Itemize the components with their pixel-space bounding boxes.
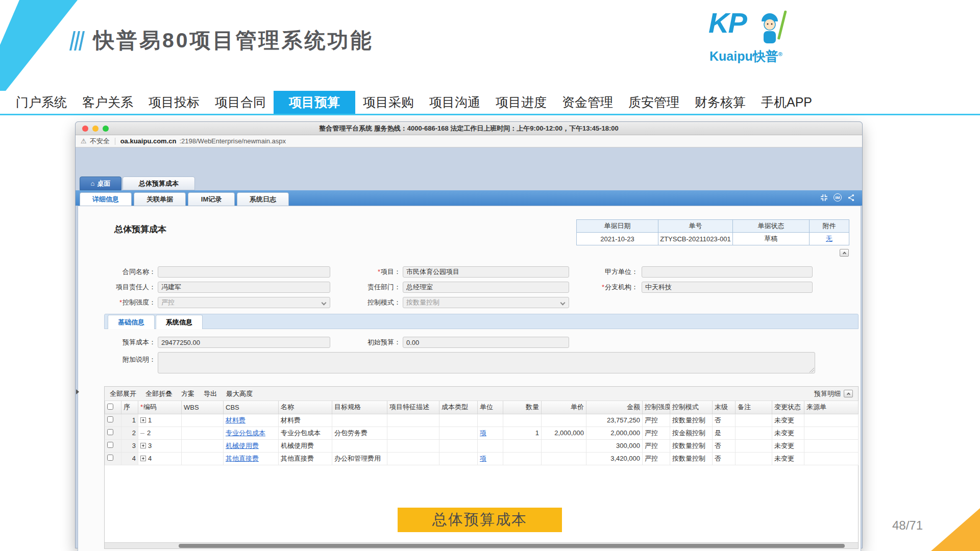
nav-item-portal[interactable]: 门户系统 xyxy=(8,91,75,114)
nav-item-budget[interactable]: 项目预算 xyxy=(274,91,355,114)
initial-budget-field[interactable] xyxy=(403,337,569,348)
info-header-attachment: 附件 xyxy=(810,220,849,233)
logo-brand-text: Kuaipu快普® xyxy=(709,48,782,65)
security-label[interactable]: 不安全 xyxy=(90,137,110,146)
expand-all-button[interactable]: 全部展开 xyxy=(110,389,136,398)
collapse-all-button[interactable]: 全部折叠 xyxy=(145,389,172,398)
tab-system-info[interactable]: 系统信息 xyxy=(156,315,203,329)
expand-icon[interactable] xyxy=(140,417,146,423)
tab-detail-info[interactable]: 详细信息 xyxy=(80,192,132,206)
project-label: *项目： xyxy=(341,266,401,278)
kuaipu-logo: KP Kuaipu快普® xyxy=(708,8,795,69)
budget-cost-label: 预算成本： xyxy=(96,337,156,348)
cbs-link[interactable]: 材料费 xyxy=(226,416,246,424)
nav-item-finance[interactable]: 财务核算 xyxy=(687,91,753,114)
control-mode-label: 控制模式： xyxy=(341,297,401,308)
select-all-checkbox[interactable] xyxy=(107,404,113,410)
window-titlebar[interactable]: 整合管理平台系统 服务热线：4000-686-168 法定工作日上班时间：上午9… xyxy=(76,122,862,135)
address-bar[interactable]: ⚠ 不安全 oa.kuaipu.com.cn:2198/WebEnterpris… xyxy=(76,135,862,147)
maximize-button[interactable] xyxy=(103,126,109,132)
table-row: 2 2 专业分包成本 专业分包成本 分包劳务费 项 1 2,000,000 xyxy=(105,427,859,439)
info-header-number: 单号 xyxy=(658,220,733,233)
unit-link[interactable]: 项 xyxy=(480,429,486,437)
nav-item-funds[interactable]: 资金管理 xyxy=(554,91,621,114)
collapse-header-button[interactable] xyxy=(840,249,849,257)
branch-field[interactable] xyxy=(642,282,813,293)
party-a-field[interactable] xyxy=(642,266,813,278)
budget-cost-field[interactable] xyxy=(158,337,330,348)
department-label: 责任部门： xyxy=(341,282,401,293)
department-field[interactable] xyxy=(403,282,569,293)
nav-item-crm[interactable]: 客户关系 xyxy=(75,91,141,114)
document-content: 总体预算成本 单据日期 单号 单据状态 附件 2021-10-23 ZTYSCB… xyxy=(78,206,861,551)
attachment-link[interactable]: 无 xyxy=(826,235,832,242)
tab-im-record[interactable]: IM记录 xyxy=(188,192,235,206)
tab-system-log[interactable]: 系统日志 xyxy=(237,192,289,206)
close-button[interactable] xyxy=(82,126,88,132)
export-button[interactable]: 导出 xyxy=(204,389,217,398)
expand-icon[interactable] xyxy=(140,443,146,448)
row-checkbox[interactable] xyxy=(107,416,113,422)
row-checkbox[interactable] xyxy=(107,455,113,461)
scheme-button[interactable]: 方案 xyxy=(181,389,194,398)
compress-icon[interactable] xyxy=(820,194,828,202)
nav-item-progress[interactable]: 项目进度 xyxy=(488,91,554,114)
nav-item-mobile-app[interactable]: 手机APP xyxy=(753,91,820,114)
sub-tab-strip xyxy=(104,314,859,329)
url-path[interactable]: :2198/WebEnterprise/newmain.aspx xyxy=(179,137,286,145)
tab-overall-budget-cost[interactable]: 总体预算成本 xyxy=(122,177,195,190)
nav-item-quality[interactable]: 质安管理 xyxy=(621,91,687,114)
initial-budget-label: 初始预算： xyxy=(341,337,401,348)
detail-tab-icons: IM xyxy=(820,193,855,202)
app-body: ⌂ 桌面 总体预算成本 详细信息 关联单据 IM记录 系统日志 IM xyxy=(76,147,862,548)
chevron-down-icon xyxy=(322,300,327,306)
project-field[interactable] xyxy=(403,266,569,278)
url-host[interactable]: oa.kuaipu.com.cn xyxy=(120,137,177,145)
grid-header-row: 序 *编码 WBS CBS 名称 目标规格 项目特征描述 成本类型 单位 数量 xyxy=(105,401,859,414)
note-textarea[interactable] xyxy=(158,352,815,373)
document-title: 总体预算成本 xyxy=(114,223,166,235)
contract-name-field[interactable] xyxy=(158,266,330,278)
tree-stub-icon xyxy=(140,433,144,434)
control-mode-select[interactable]: 按数量控制 xyxy=(403,297,569,308)
tab-desktop[interactable]: ⌂ 桌面 xyxy=(80,177,121,190)
row-checkbox[interactable] xyxy=(107,442,113,448)
resize-handle[interactable] xyxy=(809,367,814,372)
share-icon[interactable] xyxy=(847,194,855,202)
warning-icon: ⚠ xyxy=(81,137,87,145)
control-strength-select[interactable]: 严控 xyxy=(158,297,330,308)
collapse-grid-button[interactable] xyxy=(844,390,853,397)
cbs-link[interactable]: 机械使用费 xyxy=(226,442,259,449)
nav-item-contract[interactable]: 项目合同 xyxy=(207,91,274,114)
row-checkbox[interactable] xyxy=(107,429,113,435)
tab-desktop-label: 桌面 xyxy=(97,179,110,188)
nav-item-bidding[interactable]: 项目投标 xyxy=(141,91,207,114)
document-info-table: 单据日期 单号 单据状态 附件 2021-10-23 ZTYSCB-202110… xyxy=(576,219,849,245)
slide: 快普易80项目管理系统功能 KP Kuaipu快普® 门户系统 客户关系 项目投… xyxy=(0,0,980,551)
cbs-link[interactable]: 专业分包成本 xyxy=(226,429,265,437)
tab-related-docs[interactable]: 关联单据 xyxy=(134,192,186,206)
caption-badge: 总体预算成本 xyxy=(398,508,562,532)
panel-splitter-arrow[interactable] xyxy=(76,389,79,394)
unit-link[interactable]: 项 xyxy=(480,455,486,462)
nav-item-procurement[interactable]: 项目采购 xyxy=(355,91,422,114)
nav-item-communication[interactable]: 项目沟通 xyxy=(422,91,488,114)
nav-underline xyxy=(0,114,980,115)
expand-icon[interactable] xyxy=(140,456,146,461)
home-icon: ⌂ xyxy=(91,180,95,187)
tab-basic-info[interactable]: 基础信息 xyxy=(108,315,155,329)
im-icon[interactable]: IM xyxy=(834,193,842,202)
page-number: 48/71 xyxy=(892,518,923,533)
scrollbar-thumb[interactable] xyxy=(179,544,845,548)
horizontal-scrollbar[interactable] xyxy=(105,542,858,548)
minimize-button[interactable] xyxy=(92,126,99,132)
table-row: 4 4 其他直接费 其他直接费 办公和管理费用 项 xyxy=(105,452,859,465)
doc-number: ZTYSCB-20211023-001 xyxy=(658,233,733,245)
max-height-button[interactable]: 最大高度 xyxy=(226,389,253,398)
contract-name-label: 合同名称： xyxy=(96,266,156,278)
info-header-status: 单据状态 xyxy=(733,220,810,233)
project-manager-field[interactable] xyxy=(158,282,330,293)
cbs-link[interactable]: 其他直接费 xyxy=(226,455,259,462)
logo-kp-mark: KP xyxy=(708,6,746,39)
panel-label: 预算明细 xyxy=(814,389,841,398)
